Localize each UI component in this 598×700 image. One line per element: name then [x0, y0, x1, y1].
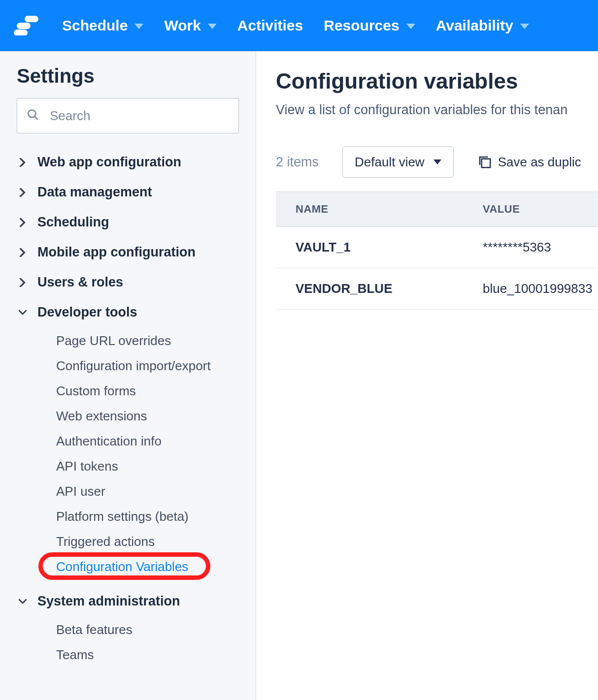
chevron-right-icon [19, 278, 27, 287]
sidebar-item-custom-forms[interactable]: Custom forms [10, 379, 239, 404]
app-logo [14, 16, 41, 35]
page-subtitle: View a list of configuration variables f… [276, 102, 598, 118]
sidebar-cat-mobile-app-configuration[interactable]: Mobile app configuration [10, 237, 239, 267]
sidebar-title: Settings [0, 65, 256, 98]
sidebar-item-platform-settings-beta[interactable]: Platform settings (beta) [10, 504, 239, 529]
cat-label: System administration [37, 594, 180, 609]
sidebar-item-beta-features[interactable]: Beta features [10, 617, 239, 642]
developer-tools-sublist: Page URL overrides Configuration import/… [10, 327, 239, 586]
nav-label: Activities [237, 17, 303, 34]
chevron-right-icon [19, 188, 27, 197]
nav-activities[interactable]: Activities [237, 17, 303, 34]
nav-label: Schedule [62, 17, 128, 34]
nav-availability[interactable]: Availability [436, 17, 529, 34]
chevron-down-icon [406, 24, 415, 29]
chevron-down-icon [134, 24, 143, 29]
chevron-down-icon [19, 599, 27, 605]
search-input[interactable] [17, 98, 239, 133]
cell-value: ********5363 [463, 227, 598, 268]
col-header-value[interactable]: VALUE [463, 192, 598, 227]
duplicate-icon [477, 155, 492, 169]
category-list: Web app configuration Data management Sc… [0, 147, 256, 674]
search-icon [27, 108, 39, 123]
sidebar-cat-developer-tools[interactable]: Developer tools [10, 297, 239, 327]
cat-label: Developer tools [37, 305, 137, 320]
sidebar-cat-scheduling[interactable]: Scheduling [10, 207, 239, 237]
sidebar-cat-data-management[interactable]: Data management [10, 177, 239, 207]
view-label: Default view [355, 155, 425, 170]
col-header-name[interactable]: NAME [276, 192, 463, 227]
sidebar-item-label: Configuration Variables [56, 559, 188, 574]
system-administration-sublist: Beta features Teams [10, 616, 239, 674]
settings-sidebar: Settings Web app configuration [0, 51, 256, 700]
sidebar-item-api-user[interactable]: API user [10, 479, 239, 504]
sidebar-item-configuration-import-export[interactable]: Configuration import/export [10, 353, 239, 379]
cat-label: Web app configuration [37, 155, 181, 170]
svg-rect-5 [481, 159, 490, 168]
svg-line-4 [34, 116, 37, 119]
main-content: Configuration variables View a list of c… [256, 51, 598, 700]
top-nav: Schedule Work Activities Resources Avail… [0, 0, 598, 51]
cell-name: VAULT_1 [276, 227, 463, 268]
item-count: 2 items [276, 155, 319, 170]
chevron-down-icon [433, 159, 441, 164]
config-variables-table: NAME VALUE VAULT_1 ********5363 VENDOR_B… [276, 191, 598, 310]
nav-label: Resources [324, 17, 399, 34]
cell-value: blue_10001999833 [463, 268, 598, 310]
sidebar-cat-system-administration[interactable]: System administration [10, 586, 239, 616]
toolbar: 2 items Default view Save as duplic [276, 146, 598, 191]
sidebar-cat-users-roles[interactable]: Users & roles [10, 267, 239, 297]
table-row[interactable]: VAULT_1 ********5363 [276, 227, 598, 268]
sidebar-item-api-tokens[interactable]: API tokens [10, 454, 239, 479]
view-selector[interactable]: Default view [342, 146, 454, 178]
nav-label: Work [164, 17, 200, 34]
chevron-right-icon [19, 248, 27, 257]
cell-name: VENDOR_BLUE [276, 268, 463, 310]
svg-rect-1 [17, 23, 31, 29]
nav-work[interactable]: Work [164, 17, 216, 34]
chevron-right-icon [19, 158, 27, 167]
sidebar-item-authentication-info[interactable]: Authentication info [10, 429, 239, 454]
cat-label: Scheduling [37, 215, 109, 230]
sidebar-item-web-extensions[interactable]: Web extensions [10, 404, 239, 429]
nav-resources[interactable]: Resources [324, 17, 415, 34]
duplicate-label: Save as duplic [498, 155, 581, 170]
chevron-right-icon [19, 218, 27, 227]
svg-rect-2 [14, 30, 28, 35]
sidebar-search [17, 98, 239, 133]
nav-schedule[interactable]: Schedule [62, 17, 143, 34]
sidebar-item-triggered-actions[interactable]: Triggered actions [10, 529, 239, 554]
nav-label: Availability [436, 17, 513, 34]
svg-rect-0 [25, 16, 38, 22]
page-title: Configuration variables [276, 69, 598, 94]
sidebar-item-page-url-overrides[interactable]: Page URL overrides [10, 328, 239, 353]
sidebar-item-teams[interactable]: Teams [10, 642, 239, 668]
cat-label: Data management [37, 185, 152, 200]
chevron-down-icon [19, 310, 27, 316]
cat-label: Users & roles [37, 275, 123, 290]
chevron-down-icon [208, 24, 217, 29]
save-as-duplicate-button[interactable]: Save as duplic [477, 155, 581, 170]
cat-label: Mobile app configuration [37, 245, 196, 260]
table-row[interactable]: VENDOR_BLUE blue_10001999833 [276, 268, 598, 310]
chevron-down-icon [520, 24, 529, 29]
sidebar-item-configuration-variables[interactable]: Configuration Variables [10, 554, 239, 579]
sidebar-cat-web-app-configuration[interactable]: Web app configuration [10, 147, 239, 177]
